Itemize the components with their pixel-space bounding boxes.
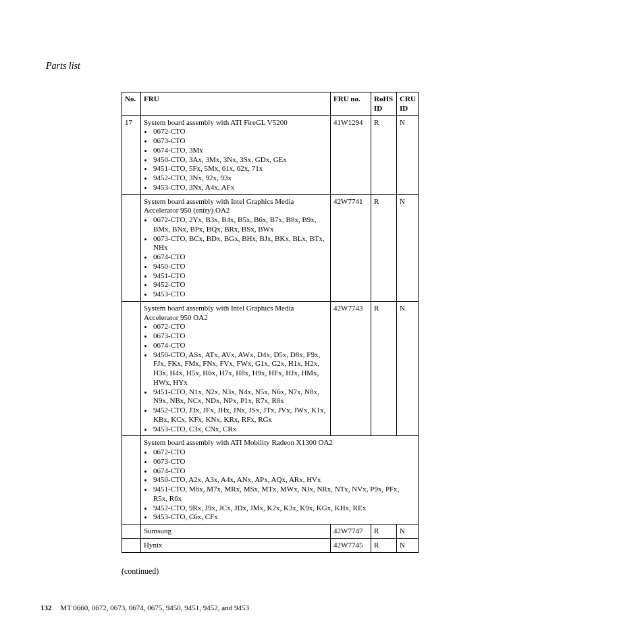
row-no: 17 bbox=[122, 115, 141, 194]
parts-table: No. FRU FRU no. RoHS ID CRU ID 17System … bbox=[122, 92, 419, 553]
col-fruno: FRU no. bbox=[331, 92, 371, 116]
row-no bbox=[122, 538, 141, 552]
row-no bbox=[122, 436, 141, 525]
list-item: 9453-CTO, 3Nx, A4x, AFx bbox=[153, 183, 327, 192]
row-cru: N bbox=[397, 538, 419, 552]
page-footer: 132 MT 0660, 0672, 0673, 0674, 0675, 945… bbox=[41, 603, 249, 612]
section-header: Parts list bbox=[46, 61, 603, 72]
list-item: 0674-CTO bbox=[153, 466, 415, 476]
row-sub-label: Sumsung bbox=[141, 525, 331, 539]
row-items: 0672-CTO0673-CTO0674-CTO, 3Mx9450-CTO, 3… bbox=[144, 127, 327, 192]
list-item: 9452-CTO, J3x, JFx, JHx, JNx, JSx, JTx, … bbox=[153, 406, 327, 425]
col-cru: CRU ID bbox=[397, 92, 419, 116]
row-no bbox=[122, 301, 141, 436]
row-items: 0672-CTO0673-CTO0674-CTO9450-CTO, ASx, A… bbox=[144, 322, 327, 433]
table-row: System board assembly with Intel Graphic… bbox=[122, 194, 419, 301]
list-item: 9450-CTO bbox=[153, 262, 327, 271]
list-item: 9452-CTO, 3Nx, 92x, 93x bbox=[153, 173, 327, 183]
list-item: 9453-CTO bbox=[153, 290, 327, 299]
list-item: 0672-CTO bbox=[153, 127, 327, 136]
row-sub-label: Hynix bbox=[141, 538, 331, 552]
row-cru: N bbox=[397, 525, 419, 539]
list-item: 0673-CTO bbox=[153, 136, 327, 146]
list-item: 9450-CTO, A2x, A3x, A4x, ANx, APx, AQx, … bbox=[153, 475, 415, 485]
list-item: 9451-CTO, 5Fx, 5Mx, 61x, 62x, 71x bbox=[153, 164, 327, 173]
list-item: 0673-CTO bbox=[153, 331, 327, 341]
row-cru: N bbox=[397, 194, 419, 301]
table-sub-row: Hynix42W7745RN bbox=[122, 538, 419, 552]
table-header-row: No. FRU FRU no. RoHS ID CRU ID bbox=[122, 92, 419, 116]
list-item: 0674-CTO bbox=[153, 252, 327, 262]
row-desc: System board assembly with ATI FireGL V5… bbox=[141, 115, 331, 194]
table-row: System board assembly with Intel Graphic… bbox=[122, 301, 419, 436]
list-item: 0672-CTO bbox=[153, 322, 327, 331]
continued-label: (continued) bbox=[122, 566, 603, 576]
row-desc: System board assembly with Intel Graphic… bbox=[141, 194, 331, 301]
row-desc: System board assembly with Intel Graphic… bbox=[141, 301, 331, 436]
row-cru: N bbox=[397, 115, 419, 194]
row-title: System board assembly with Intel Graphic… bbox=[144, 197, 327, 216]
row-rohs: R bbox=[371, 301, 397, 436]
footer-text: MT 0660, 0672, 0673, 0674, 0675, 9450, 9… bbox=[60, 603, 249, 612]
row-title: System board assembly with Intel Graphic… bbox=[144, 304, 327, 323]
col-fru: FRU bbox=[141, 92, 331, 116]
list-item: 9450-CTO, 3Ax, 3Mx, 3Nx, 3Sx, GDx, GEx bbox=[153, 155, 327, 165]
row-title: System board assembly with ATI FireGL V5… bbox=[144, 118, 327, 128]
row-items: 0672-CTO0673-CTO0674-CTO9450-CTO, A2x, A… bbox=[144, 448, 415, 522]
list-item: 0673-CTO, BCx, BDx, BGx, BHx, BJx, BKx, … bbox=[153, 234, 327, 253]
row-rohs: R bbox=[371, 194, 397, 301]
list-item: 9451-CTO bbox=[153, 271, 327, 281]
row-rohs: R bbox=[371, 525, 397, 539]
list-item: 9452-CTO, 9Rx, J9x, JCx, JDx, JMx, K2x, … bbox=[153, 504, 415, 513]
row-no bbox=[122, 525, 141, 539]
list-item: 9453-CTO, C6x, CFx bbox=[153, 512, 415, 522]
page-number: 132 bbox=[41, 603, 52, 612]
list-item: 0674-CTO, 3Mx bbox=[153, 146, 327, 155]
row-fruno: 42W7745 bbox=[331, 538, 371, 552]
row-rohs: R bbox=[371, 115, 397, 194]
list-item: 9453-CTO, C3x, CNx, CRx bbox=[153, 425, 327, 434]
list-item: 0672-CTO, 2Yx, B3x, B4x, B5x, B6x, B7x, … bbox=[153, 215, 327, 234]
row-fruno: 42W7747 bbox=[331, 525, 371, 539]
list-item: 0672-CTO bbox=[153, 448, 415, 457]
row-desc-span: System board assembly with ATI Mobility … bbox=[141, 436, 419, 525]
table-row-span: System board assembly with ATI Mobility … bbox=[122, 436, 419, 525]
row-fruno: 42W7743 bbox=[331, 301, 371, 436]
row-rohs: R bbox=[371, 538, 397, 552]
list-item: 0673-CTO bbox=[153, 457, 415, 466]
table-row: 17System board assembly with ATI FireGL … bbox=[122, 115, 419, 194]
row-items: 0672-CTO, 2Yx, B3x, B4x, B5x, B6x, B7x, … bbox=[144, 215, 327, 299]
list-item: 9450-CTO, ASx, ATx, AVx, AWx, D4x, D5x, … bbox=[153, 350, 327, 387]
list-item: 0674-CTO bbox=[153, 341, 327, 350]
row-cru: N bbox=[397, 301, 419, 436]
row-title: System board assembly with ATI Mobility … bbox=[144, 438, 415, 448]
table-sub-row: Sumsung42W7747RN bbox=[122, 525, 419, 539]
list-item: 9451-CTO, M6x, M7x, MRx, MSx, MTx, MWx, … bbox=[153, 485, 415, 504]
row-fruno: 42W7741 bbox=[331, 194, 371, 301]
row-fruno: 41W1294 bbox=[331, 115, 371, 194]
list-item: 9451-CTO, N1x, N2x, N3x, N4x, N5x, N6x, … bbox=[153, 387, 327, 406]
row-no bbox=[122, 194, 141, 301]
col-rohs: RoHS ID bbox=[371, 92, 397, 116]
col-no: No. bbox=[122, 92, 141, 116]
list-item: 9452-CTO bbox=[153, 280, 327, 290]
